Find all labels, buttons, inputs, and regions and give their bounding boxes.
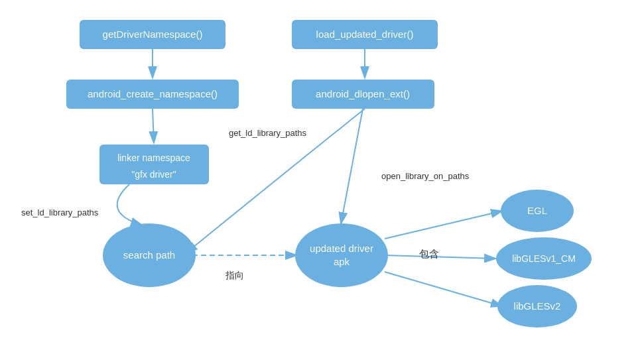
- diagram-container: get_ld_library_paths open_library_on_pat…: [0, 0, 640, 364]
- label-get-driver-namespace: getDriverNamespace(): [103, 29, 203, 40]
- label-updated-driver-apk-line2: apk: [334, 256, 350, 267]
- label-linker-namespace-line2: "gfx driver": [131, 169, 176, 180]
- label-search-path: search path: [123, 249, 175, 261]
- label-baohan: 包含: [419, 248, 439, 259]
- label-set-ld-library-paths: set_ld_library_paths: [21, 208, 99, 217]
- svg-line-4: [153, 109, 154, 143]
- label-load-updated-driver: load_updated_driver(): [316, 29, 414, 40]
- diagram-svg: get_ld_library_paths open_library_on_pat…: [0, 0, 640, 364]
- label-libglesv1cm: libGLESv1_CM: [512, 253, 576, 264]
- label-open-library-on-paths: open_library_on_paths: [381, 171, 470, 181]
- svg-line-8: [385, 255, 496, 259]
- label-libglesv2: libGLESv2: [514, 300, 561, 312]
- label-get-ld-library-paths: get_ld_library_paths: [229, 128, 307, 138]
- label-zhixiang: 指向: [225, 270, 244, 280]
- label-android-dlopen-ext: android_dlopen_ext(): [316, 88, 410, 99]
- ellipse-updated-driver-apk: [295, 223, 388, 287]
- label-updated-driver-apk-line1: updated driver: [310, 243, 373, 254]
- label-android-create-namespace: android_create_namespace(): [88, 88, 218, 99]
- svg-line-7: [385, 211, 503, 239]
- label-linker-namespace-line1: linker namespace: [117, 152, 190, 163]
- svg-line-9: [385, 272, 503, 306]
- label-egl: EGL: [527, 205, 547, 216]
